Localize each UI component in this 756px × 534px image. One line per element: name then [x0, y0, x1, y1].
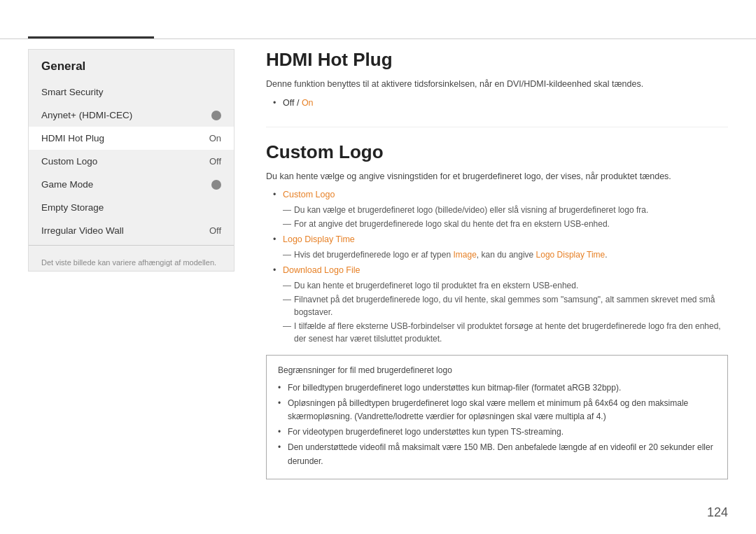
custom-logo-bullet1-label: Custom Logo	[283, 190, 335, 199]
sidebar-item-anynet[interactable]: Anynet+ (HDMI-CEC)	[29, 104, 234, 127]
sidebar-item-empty-storage[interactable]: Empty Storage	[29, 196, 234, 219]
sidebar-panel: General Smart Security Anynet+ (HDMI-CEC…	[28, 49, 234, 272]
game-mode-toggle-dot	[211, 180, 221, 190]
sidebar-item-custom-logo[interactable]: Custom Logo Off	[29, 150, 234, 173]
download-logo-sub: Du kan hente et brugerdefineret logo til…	[283, 279, 728, 345]
sidebar-item-hdmi-hot-plug[interactable]: HDMI Hot Plug On	[29, 127, 234, 150]
download-logo-bullet: Download Logo File Du kan hente et bruge…	[273, 264, 728, 345]
sidebar-item-irregular-video-wall[interactable]: Irregular Video Wall Off	[29, 219, 234, 242]
hdmi-hot-plug-desc: Denne funktion benyttes til at aktivere …	[266, 78, 728, 91]
sidebar-item-label: Smart Security	[41, 87, 104, 97]
logo-display-time-label: Logo Display Time	[283, 234, 355, 244]
custom-logo-bullets: Custom Logo Du kan vælge et brugerdefine…	[273, 188, 728, 344]
sidebar-item-label: Anynet+ (HDMI-CEC)	[41, 110, 132, 120]
download-logo-label: Download Logo File	[283, 265, 360, 275]
logo-display-time-inline: Logo Display Time	[536, 250, 606, 260]
sidebar-note-area: Det viste billede kan variere afhængigt …	[29, 245, 234, 271]
info-box-item-2: Opløsningen på billedtypen brugerdefiner…	[278, 397, 716, 423]
info-box: Begrænsninger for fil med brugerdefinere…	[266, 355, 728, 479]
hdmi-hot-plug-bullets: Off / On	[273, 97, 728, 110]
info-box-list: For billedtypen brugerdefineret logo und…	[278, 381, 716, 468]
sidebar-item-value: On	[209, 133, 221, 143]
sidebar-note-text: Det viste billede kan variere afhængigt …	[41, 258, 221, 267]
on-label: On	[302, 98, 314, 108]
custom-logo-sub1: Du kan vælge et brugerdefineret logo (bi…	[283, 204, 728, 230]
page-number: 124	[707, 505, 728, 520]
hdmi-bullet-off-on: Off / On	[273, 97, 728, 110]
logo-display-time-sub: Hvis det brugerdefinerede logo er af typ…	[283, 248, 728, 261]
top-divider-line	[0, 38, 756, 39]
off-label: Off	[283, 98, 294, 108]
custom-logo-section: Custom Logo Du kan hente vælge og angive…	[266, 141, 728, 479]
custom-logo-sub1-item1: Du kan vælge et brugerdefineret logo (bi…	[283, 204, 728, 216]
info-box-item-4: Den understøttede videofil må maksimalt …	[278, 441, 716, 468]
custom-logo-bullet1: Custom Logo Du kan vælge et brugerdefine…	[273, 188, 728, 230]
sidebar-item-smart-security[interactable]: Smart Security	[29, 80, 234, 104]
hdmi-hot-plug-title: HDMI Hot Plug	[266, 49, 728, 71]
main-content-area: HDMI Hot Plug Denne funktion benyttes ti…	[266, 49, 728, 506]
logo-display-time-bullet: Logo Display Time Hvis det brugerdefiner…	[273, 233, 728, 261]
info-box-title: Begrænsninger for fil med brugerdefinere…	[278, 364, 716, 377]
sidebar-item-game-mode[interactable]: Game Mode	[29, 173, 234, 196]
sidebar-item-label: HDMI Hot Plug	[41, 133, 104, 143]
sidebar-item-label: Irregular Video Wall	[41, 225, 124, 236]
image-label: Image	[453, 250, 476, 260]
info-box-item-3: For videotypen brugerdefineret logo unde…	[278, 426, 716, 439]
sidebar-title: General	[29, 50, 234, 80]
sidebar-item-value: Off	[209, 156, 221, 167]
custom-logo-title: Custom Logo	[266, 141, 728, 163]
download-logo-sub-item2: Filnavnet på det brugerdefinerede logo, …	[283, 293, 728, 318]
custom-logo-desc: Du kan hente vælge og angive visningstid…	[266, 170, 728, 183]
download-logo-sub-item3: I tilfælde af flere eksterne USB-forbind…	[283, 320, 728, 345]
sidebar-item-label: Custom Logo	[41, 156, 97, 167]
logo-display-time-sub-item: Hvis det brugerdefinerede logo er af typ…	[283, 248, 728, 261]
sidebar-item-value: Off	[209, 225, 221, 236]
sidebar-item-label: Empty Storage	[41, 202, 104, 213]
info-box-item-1: For billedtypen brugerdefineret logo und…	[278, 381, 716, 395]
hdmi-hot-plug-section: HDMI Hot Plug Denne funktion benyttes ti…	[266, 49, 728, 127]
download-logo-sub-item1: Du kan hente et brugerdefineret logo til…	[283, 279, 728, 292]
custom-logo-sub1-item2: For at angive det brugerdefinerede logo …	[283, 218, 728, 230]
slash: /	[294, 98, 301, 108]
sidebar-item-label: Game Mode	[41, 179, 93, 190]
anynet-toggle-dot	[211, 111, 221, 120]
